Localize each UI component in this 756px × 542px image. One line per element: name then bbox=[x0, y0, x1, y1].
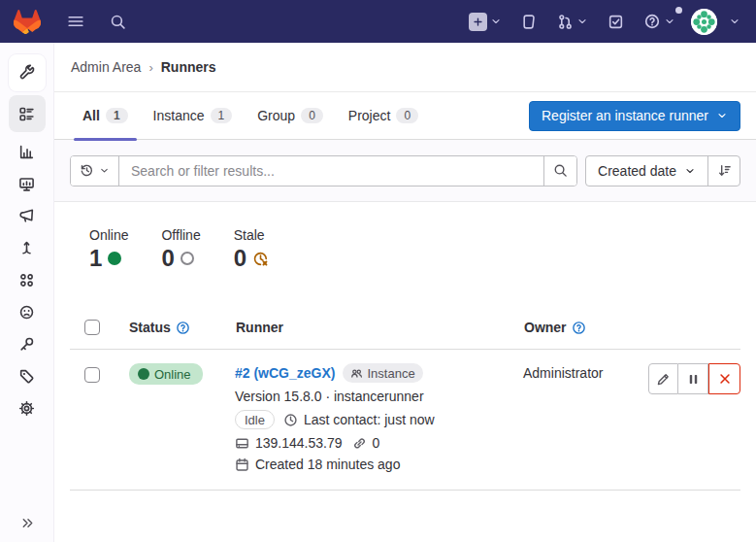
search-submit-button[interactable] bbox=[543, 156, 576, 186]
runner-status-badge: Online bbox=[129, 363, 203, 385]
chevron-down-icon bbox=[664, 16, 675, 27]
runner-actions bbox=[648, 363, 740, 394]
breadcrumb: Admin Area › Runners bbox=[54, 43, 756, 92]
help-menu-button[interactable] bbox=[640, 9, 679, 34]
column-header-owner: Owner bbox=[524, 320, 567, 335]
sidebar-item-settings[interactable] bbox=[9, 392, 46, 424]
sort-direction-button[interactable] bbox=[707, 156, 740, 186]
edit-runner-button[interactable] bbox=[648, 363, 678, 394]
sort-by-label: Created date bbox=[598, 163, 676, 179]
tab-group-count: 0 bbox=[301, 108, 323, 123]
frown-face-icon bbox=[18, 304, 35, 321]
runner-ip-line: 139.144.53.79 0 bbox=[235, 435, 511, 451]
stat-online: Online 1 bbox=[89, 227, 128, 306]
sidebar-item-system-hooks[interactable] bbox=[9, 232, 46, 264]
tab-group[interactable]: Group 0 bbox=[245, 92, 336, 139]
sidebar-item-messages[interactable] bbox=[9, 200, 46, 232]
runner-summary-cell: #2 (wCG_zeGX) Instance Version 15.8.0 · … bbox=[223, 363, 511, 472]
runner-created-line: Created 18 minutes ago bbox=[235, 457, 511, 472]
history-icon bbox=[80, 163, 94, 178]
stat-offline-value: 0 bbox=[161, 245, 174, 272]
admin-sidebar bbox=[0, 43, 54, 542]
chevron-down-icon bbox=[490, 16, 502, 27]
status-help-icon[interactable] bbox=[176, 321, 190, 335]
sidebar-item-overview[interactable] bbox=[9, 95, 46, 132]
sidebar-item-applications[interactable] bbox=[9, 264, 46, 296]
new-menu-button[interactable] bbox=[465, 9, 506, 35]
runner-tabs: All 1 Instance 1 Group 0 Project 0 Regis… bbox=[54, 92, 756, 140]
select-all-checkbox[interactable] bbox=[84, 320, 100, 335]
stat-online-label: Online bbox=[89, 227, 128, 243]
offline-status-icon bbox=[181, 252, 194, 265]
chevron-down-icon bbox=[716, 110, 728, 121]
runner-owner-text: Administrator bbox=[511, 363, 648, 381]
runner-job-state-text: Idle bbox=[245, 413, 265, 427]
table-header-row: Status Runner Owner bbox=[70, 306, 740, 350]
sort-by-dropdown[interactable]: Created date bbox=[586, 156, 707, 186]
monitor-icon bbox=[18, 176, 35, 192]
sidebar-item-labels[interactable] bbox=[9, 360, 46, 392]
filter-history-button[interactable] bbox=[71, 156, 119, 186]
search-input[interactable] bbox=[119, 156, 543, 186]
chevron-down-icon bbox=[99, 165, 110, 176]
tab-instance-count: 1 bbox=[211, 108, 233, 123]
main-content: Admin Area › Runners All 1 Instance 1 Gr… bbox=[54, 43, 756, 542]
plus-icon bbox=[469, 13, 487, 31]
column-header-status: Status bbox=[129, 320, 171, 335]
user-avatar[interactable] bbox=[691, 9, 717, 35]
double-chevron-right-icon bbox=[20, 516, 35, 530]
hook-icon bbox=[18, 240, 35, 256]
register-instance-runner-button[interactable]: Register an instance runner bbox=[529, 101, 740, 131]
sidebar-item-deploy-keys[interactable] bbox=[9, 328, 46, 360]
gitlab-logo-icon[interactable] bbox=[14, 9, 41, 34]
runner-version-text: Version 15.8.0 · instancerunner bbox=[235, 389, 424, 404]
clock-icon bbox=[283, 413, 298, 427]
online-dot-icon bbox=[138, 368, 149, 380]
bar-chart-icon bbox=[18, 144, 35, 160]
search-filter-group bbox=[70, 155, 577, 186]
runner-type-text: Instance bbox=[367, 366, 414, 381]
todos-icon[interactable] bbox=[604, 10, 628, 34]
merge-requests-icon[interactable] bbox=[553, 10, 592, 34]
breadcrumb-admin-area[interactable]: Admin Area bbox=[71, 59, 141, 75]
sidebar-expand-toggle[interactable] bbox=[0, 516, 54, 530]
owner-help-icon[interactable] bbox=[572, 321, 586, 335]
chevron-down-icon bbox=[684, 165, 696, 177]
search-icon[interactable] bbox=[106, 10, 130, 34]
wrench-icon bbox=[18, 64, 36, 82]
tab-all[interactable]: All 1 bbox=[70, 92, 141, 139]
pause-runner-button[interactable] bbox=[678, 363, 708, 394]
sort-group: Created date bbox=[585, 155, 740, 186]
sidebar-item-admin-area[interactable] bbox=[9, 54, 46, 91]
stale-clock-icon bbox=[252, 251, 269, 267]
breadcrumb-separator: › bbox=[148, 60, 152, 75]
row-checkbox[interactable] bbox=[84, 367, 100, 383]
tab-instance[interactable]: Instance 1 bbox=[141, 92, 246, 139]
runner-stats: Online 1 Offline 0 Stale 0 bbox=[54, 202, 756, 306]
chevron-down-icon bbox=[576, 16, 588, 27]
issues-icon[interactable] bbox=[517, 10, 542, 34]
close-x-icon bbox=[718, 372, 732, 386]
applications-grid-icon bbox=[18, 272, 35, 288]
runner-name-link[interactable]: #2 (wCG_zeGX) bbox=[235, 365, 335, 381]
tab-project-count: 0 bbox=[396, 108, 418, 123]
stat-offline-label: Offline bbox=[161, 227, 200, 243]
tab-all-count: 1 bbox=[106, 108, 128, 123]
filter-bar: Created date bbox=[54, 140, 756, 202]
tab-project[interactable]: Project 0 bbox=[336, 92, 431, 139]
runner-version-line: Version 15.8.0 · instancerunner bbox=[235, 389, 511, 404]
sidebar-item-analytics[interactable] bbox=[9, 136, 46, 168]
sidebar-item-abuse-reports[interactable] bbox=[9, 296, 46, 328]
calendar-icon bbox=[235, 457, 249, 472]
sidebar-item-monitoring[interactable] bbox=[9, 168, 46, 200]
delete-runner-button[interactable] bbox=[708, 363, 740, 394]
label-tag-icon bbox=[18, 368, 35, 385]
hamburger-menu-icon[interactable] bbox=[63, 9, 88, 34]
pencil-icon bbox=[656, 372, 671, 387]
stat-stale-value: 0 bbox=[234, 245, 247, 272]
pause-icon bbox=[687, 373, 700, 386]
runner-job-state-badge: Idle bbox=[235, 410, 275, 429]
notification-dot bbox=[675, 7, 682, 14]
gear-icon bbox=[18, 400, 35, 417]
runner-created-text: Created 18 minutes ago bbox=[255, 457, 400, 472]
